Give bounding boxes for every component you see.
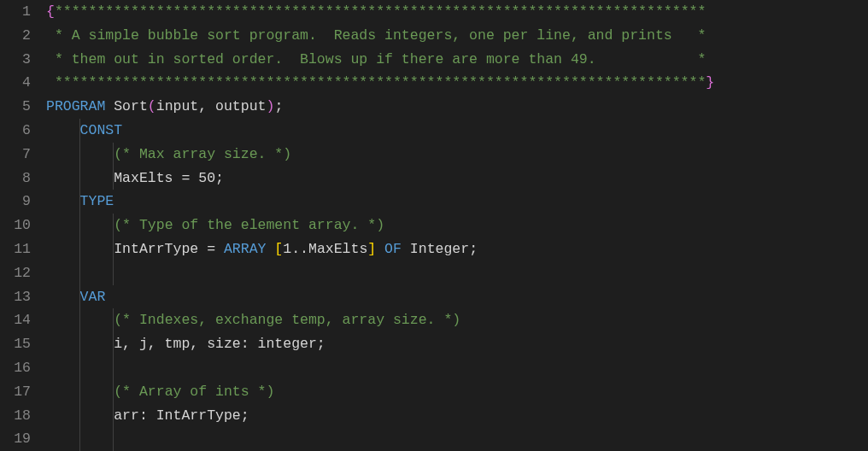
code-token: { — [46, 3, 55, 20]
code-token: ) — [266, 98, 274, 114]
line-number: 5 — [7, 95, 31, 119]
line-number: 19 — [7, 427, 31, 451]
code-token: .. — [291, 241, 308, 257]
indent-guide — [79, 261, 80, 285]
code-editor[interactable]: 12345678910111213141516171819 {*********… — [0, 0, 868, 451]
code-token: TYPE — [80, 193, 114, 209]
code-token: ] — [367, 241, 376, 257]
code-token: IntArrType = — [46, 241, 224, 257]
code-token: (* Type of the element array. *) — [114, 217, 384, 233]
code-token: PROGRAM — [46, 98, 105, 114]
line-number-gutter: 12345678910111213141516171819 — [0, 0, 46, 451]
code-token: ; — [469, 241, 478, 257]
code-token — [46, 289, 80, 305]
indent-guide — [113, 356, 114, 380]
indent-guide — [79, 285, 80, 309]
indent-guide — [79, 308, 80, 332]
code-token: ****************************************… — [55, 3, 706, 20]
line-number: 10 — [7, 214, 31, 237]
code-line[interactable]: PROGRAM Sort(input, output); — [46, 95, 868, 119]
code-line[interactable]: TYPE — [46, 190, 868, 214]
indent-guide — [113, 167, 114, 190]
indent-guide — [79, 404, 80, 428]
indent-guide — [79, 143, 80, 167]
code-token: output — [215, 98, 266, 114]
indent-guide — [113, 427, 114, 451]
indent-guide — [79, 356, 80, 380]
code-token: * them out in sorted order. Blows up if … — [46, 51, 706, 67]
code-token: (* Max array size. *) — [114, 146, 291, 162]
code-line[interactable]: CONST — [46, 119, 868, 143]
code-token: ( — [148, 98, 156, 114]
code-line[interactable] — [46, 427, 868, 451]
indent-guide — [79, 119, 80, 143]
indent-guide — [79, 237, 80, 261]
code-token: ; — [274, 98, 283, 114]
code-token: [ — [274, 241, 283, 257]
line-number: 16 — [7, 356, 31, 380]
code-line[interactable]: ****************************************… — [46, 71, 868, 95]
code-token: i, j, tmp, size: integer; — [46, 336, 326, 352]
indent-guide — [79, 167, 80, 190]
line-number: 1 — [7, 0, 31, 24]
code-token: * A simple bubble sort program. Reads in… — [46, 27, 706, 44]
code-token: } — [706, 74, 714, 91]
indent-guide — [79, 427, 80, 451]
code-line[interactable]: * A simple bubble sort program. Reads in… — [46, 24, 868, 48]
code-token — [266, 241, 274, 257]
code-token: MaxElts = — [46, 170, 198, 186]
indent-guide — [79, 332, 80, 356]
line-number: 4 — [7, 71, 31, 95]
code-line[interactable]: i, j, tmp, size: integer; — [46, 332, 868, 356]
code-token: Sort — [105, 98, 148, 114]
code-line[interactable]: (* Indexes, exchange temp, array size. *… — [46, 308, 868, 332]
code-area[interactable]: {***************************************… — [46, 0, 868, 451]
indent-guide — [79, 190, 80, 214]
indent-guide — [113, 143, 114, 167]
indent-guide — [79, 380, 80, 404]
code-line[interactable]: arr: IntArrType; — [46, 404, 868, 428]
code-line[interactable] — [46, 356, 868, 380]
indent-guide — [113, 237, 114, 261]
line-number: 12 — [7, 261, 31, 285]
line-number: 14 — [7, 308, 31, 332]
code-token: (* Indexes, exchange temp, array size. *… — [114, 312, 460, 328]
code-line[interactable] — [46, 261, 868, 285]
code-token: ARRAY — [224, 241, 267, 257]
indent-guide — [113, 404, 114, 428]
line-number: 9 — [7, 190, 31, 214]
line-number: 2 — [7, 24, 31, 48]
code-token: 1 — [283, 241, 291, 257]
code-token: input — [156, 98, 199, 114]
code-line[interactable]: VAR — [46, 285, 868, 309]
line-number: 3 — [7, 48, 31, 72]
code-token: , — [198, 98, 215, 114]
line-number: 6 — [7, 119, 31, 143]
code-line[interactable]: (* Type of the element array. *) — [46, 214, 868, 237]
line-number: 18 — [7, 404, 31, 428]
indent-guide — [79, 214, 80, 237]
code-token: arr: IntArrType; — [46, 407, 249, 424]
line-number: 8 — [7, 167, 31, 190]
code-line[interactable]: {***************************************… — [46, 0, 868, 24]
code-token: OF — [384, 241, 402, 257]
code-token: ****************************************… — [46, 74, 706, 91]
line-number: 7 — [7, 143, 31, 167]
indent-guide — [113, 261, 114, 285]
code-token — [376, 241, 384, 257]
code-token: VAR — [80, 289, 106, 305]
code-line[interactable]: IntArrType = ARRAY [1..MaxElts] OF Integ… — [46, 237, 868, 261]
line-number: 13 — [7, 285, 31, 309]
code-line[interactable]: (* Array of ints *) — [46, 380, 868, 404]
line-number: 17 — [7, 380, 31, 404]
indent-guide — [113, 214, 114, 237]
indent-guide — [113, 308, 114, 332]
code-token: ; — [215, 170, 224, 186]
code-token: (* Array of ints *) — [114, 384, 274, 400]
code-line[interactable]: (* Max array size. *) — [46, 143, 868, 167]
code-token: Integer — [402, 241, 469, 257]
code-line[interactable]: MaxElts = 50; — [46, 167, 868, 190]
code-token: CONST — [80, 122, 123, 138]
code-line[interactable]: * them out in sorted order. Blows up if … — [46, 48, 868, 72]
code-token — [46, 122, 80, 138]
